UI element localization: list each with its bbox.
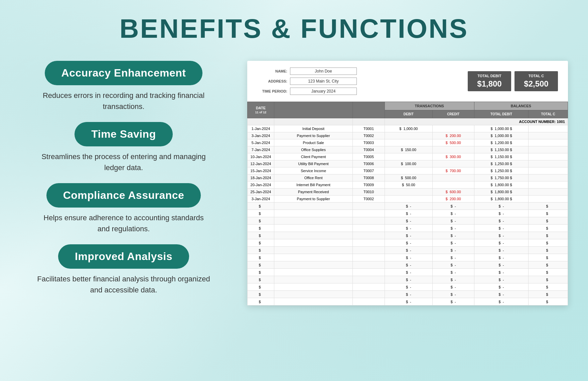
table-row: 1-Jan-2024 Initial Deposit T0001 $ 1,000… [248,125,568,132]
address-field-row: ADDRESS: 123 Main St, City [257,78,357,85]
empty-row: $ $ - $ - $ - $ [248,225,568,232]
ledger-table: DATE 11 of 12 TRANSACTIONS BALANCES DEBI… [247,102,568,305]
table-row: 5-Jan-2024 Product Sale T0003 $ 500.00 $… [248,139,568,146]
col-balances-header: BALANCES [474,102,568,110]
name-label: NAME: [257,69,287,73]
col-total-credit-header: TOTAL C [529,110,568,118]
benefit-badge-time: Time Saving [75,122,172,146]
benefit-item-accuracy: Accuracy Enhancement Reduces errors in r… [20,61,227,112]
empty-row: $ $ - $ - $ - $ [248,239,568,247]
ledger-info-fields: NAME: John Doe ADDRESS: 123 Main St, Cit… [257,68,357,95]
empty-row: $ $ - $ - $ - $ [248,269,568,276]
empty-row: $ $ - $ - $ - $ [248,283,568,291]
time-period-label: TIME PERIOD: [257,89,287,93]
total-credit-value: $2,500 [521,79,551,89]
empty-row: $ $ - $ - $ - $ [248,298,568,305]
empty-row: $ $ - $ - $ - $ [248,254,568,261]
benefit-desc-time: Streamlines the process of entering and … [37,151,210,173]
address-label: ADDRESS: [257,79,287,83]
col-credit-header: CREDIT [432,110,474,118]
col-total-debit-header: TOTAL DEBIT [474,110,529,118]
benefit-item-analysis: Improved Analysis Facilitates better fin… [20,244,227,295]
col-ref-header [353,102,385,118]
main-header-row: DATE 11 of 12 TRANSACTIONS BALANCES [248,102,568,110]
benefit-item-time: Time Saving Streamlines the process of e… [20,122,227,173]
table-row: 7-Jan-2024 Office Supplies T0004 $ 150.0… [248,146,568,153]
benefit-desc-compliance: Helps ensure adherence to accounting sta… [37,212,210,234]
col-date-header: DATE 11 of 12 [248,102,274,118]
total-credit-label: TOTAL C [521,74,551,78]
table-row: 10-Jan-2024 Client Payment T0005 $ 300.0… [248,153,568,160]
address-value: 123 Main St, City [290,78,357,85]
totals-area: TOTAL DEBIT $1,800 TOTAL C $2,500 [468,71,558,91]
total-credit-box: TOTAL C $2,500 [514,71,558,91]
empty-row: $ $ - $ - $ - $ [248,203,568,210]
table-row: 3-Jan-2024 Payment to Supplier T0002 $ 2… [248,132,568,139]
benefit-desc-accuracy: Reduces errors in recording and tracking… [37,90,210,112]
table-row: 25-Jan-2024 Payment Received T0010 $ 600… [248,188,568,196]
table-row: 15-Jan-2024 Service Income T0007 $ 700.0… [248,167,568,174]
benefit-desc-analysis: Facilitates better financial analysis th… [37,273,210,295]
empty-row: $ $ - $ - $ - $ [248,276,568,283]
total-debit-box: TOTAL DEBIT $1,800 [468,71,511,91]
benefit-badge-accuracy: Accuracy Enhancement [45,61,203,85]
empty-row: $ $ - $ - $ - $ [248,247,568,254]
total-debit-label: TOTAL DEBIT [474,74,504,78]
time-period-value: January 2024 [290,88,357,95]
col-desc-header [274,102,353,118]
col-transactions-header: TRANSACTIONS [385,102,474,110]
ledger-panel: NAME: John Doe ADDRESS: 123 Main St, Cit… [247,61,568,305]
name-value: John Doe [290,68,357,75]
benefits-panel: Accuracy Enhancement Reduces errors in r… [20,61,227,305]
table-row: 12-Jan-2024 Utility Bill Payment T0006 $… [248,160,568,167]
col-debit-header: DEBIT [385,110,432,118]
name-field-row: NAME: John Doe [257,68,357,75]
account-number-row: ACCOUNT NUMBER: 1001 [248,118,568,125]
table-row: 18-Jan-2024 Office Rent T0008 $ 500.00 $… [248,174,568,181]
benefit-badge-analysis: Improved Analysis [58,244,189,269]
page-title: BENEFITS & FUNCTIONS [120,13,468,44]
ledger-header: NAME: John Doe ADDRESS: 123 Main St, Cit… [247,61,568,102]
benefit-item-compliance: Compliance Assurance Helps ensure adhere… [20,183,227,234]
total-debit-value: $1,800 [474,79,504,89]
table-row: 20-Jan-2024 Internet Bill Payment T0009 … [248,181,568,188]
empty-row: $ $ - $ - $ - $ [248,261,568,269]
table-row: 3-Jan-2024 Payment to Supplier T0002 $ 2… [248,196,568,203]
empty-row: $ $ - $ - $ - $ [248,217,568,225]
empty-row: $ $ - $ - $ - $ [248,232,568,239]
empty-row: $ $ - $ - $ - $ [248,210,568,217]
time-period-field-row: TIME PERIOD: January 2024 [257,88,357,95]
empty-row: $ $ - $ - $ - $ [248,291,568,298]
benefit-badge-compliance: Compliance Assurance [46,183,201,208]
